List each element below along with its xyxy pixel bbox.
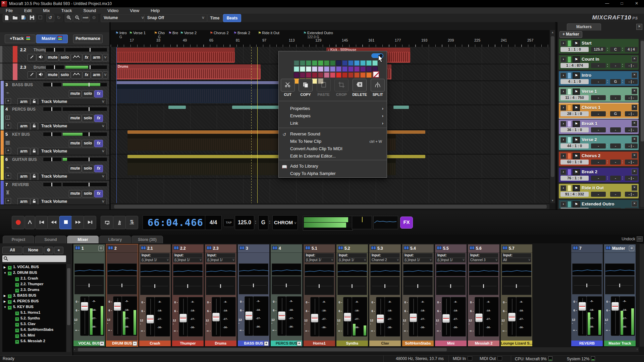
eq-display[interactable] — [107, 263, 137, 276]
automation-param-dropdown[interactable]: Track Volume˅ — [38, 198, 107, 205]
eq-display[interactable] — [305, 264, 334, 276]
solo-button[interactable]: solo — [59, 54, 70, 61]
key-spinner[interactable]: ▴▾ — [621, 47, 624, 52]
expand-automation-button[interactable]: + — [5, 173, 11, 179]
marker-card[interactable]: › ⚑ Chorus 1 ✕ 28 : 1 : 0 - ▴▾ G ▴▾ - | … — [559, 103, 639, 118]
tree-checkbox[interactable]: ✕ — [15, 277, 19, 281]
fader-track[interactable] — [113, 296, 122, 336]
fader-track[interactable] — [611, 296, 620, 336]
send-section[interactable] — [337, 277, 367, 295]
marker-position[interactable]: 28 : 1 : 0 — [560, 111, 589, 116]
channel-name-label[interactable]: Master Track — [604, 341, 636, 346]
strip-header[interactable]: 1 ⊡ — [73, 244, 105, 253]
context-menu-item[interactable]: Properties › — [279, 105, 387, 112]
fader-knob[interactable] — [114, 302, 121, 311]
channel-strip[interactable]: 3 0 -6 -12 -∞ - — [237, 244, 270, 347]
input-dropdown[interactable]: Channel 2˅ — [370, 258, 400, 262]
fader-knob[interactable] — [81, 302, 88, 311]
marker-position[interactable]: 36 : 1 : 0 — [560, 127, 589, 132]
marker-key[interactable]: G — [610, 111, 621, 116]
tree-item[interactable]: ✕5.5. Mini — [2, 333, 66, 338]
marker-position[interactable] — [560, 208, 589, 208]
tree-item[interactable]: ▼✕5. KEY BUS — [2, 304, 66, 310]
color-swatch[interactable] — [324, 66, 329, 72]
menu-item[interactable]: View — [124, 8, 145, 13]
marker-meter[interactable]: - | - — [625, 111, 638, 116]
color-swatch[interactable] — [330, 72, 335, 78]
time-signature[interactable]: 4/4 — [205, 215, 222, 230]
marker-tempo[interactable]: - — [591, 192, 606, 197]
marker-meter[interactable]: - | - — [625, 192, 638, 197]
marker-expander[interactable]: › — [560, 201, 566, 207]
channel-strip[interactable]: 5.4 Input: (L)Input 1/˅ 0 -6 -12 -∞ - — [402, 244, 434, 347]
dock-tab[interactable]: Mixer — [67, 236, 99, 244]
go-to-start-button[interactable] — [35, 216, 48, 229]
channel-strip[interactable]: 2 0 -6 -12 -∞ - — [106, 244, 138, 347]
track-color-strip[interactable] — [1, 156, 4, 180]
marker-position[interactable]: 1 : 4 : 874 — [560, 63, 589, 68]
mixer-vertical-scrollbar[interactable] — [640, 244, 644, 347]
marker-card[interactable]: › ⚑ Break 1 ✕ 36 : 1 : 0 - ▴▾ - ▴▾ - | - — [559, 119, 639, 134]
marker-key[interactable]: - — [610, 160, 621, 165]
input-dropdown[interactable]: (L)Input 1/˅ — [436, 258, 466, 262]
fader-track[interactable] — [507, 297, 516, 337]
tree-checkbox[interactable]: ✕ — [15, 340, 19, 344]
track-chevron-icon[interactable]: ˅ — [103, 71, 108, 79]
clip-action-button[interactable]: PASTE — [317, 79, 331, 97]
collapse-sidebar-button[interactable]: « — [54, 247, 63, 254]
marker-name[interactable]: Break 1 — [582, 121, 597, 126]
envelope-icon[interactable] — [71, 54, 82, 61]
track-meter[interactable] — [62, 132, 107, 136]
color-swatch[interactable] — [354, 72, 360, 78]
color-swatch[interactable] — [366, 66, 372, 72]
input-dropdown[interactable]: Channel 3˅ — [469, 258, 498, 262]
marker-card[interactable]: › ⚑ Count In ✕ 1 : 4 : 874 - ▴▾ - ▴▾ - |… — [559, 55, 639, 70]
close-button[interactable]: ✕ — [629, 0, 644, 7]
fader-knob[interactable] — [410, 313, 417, 322]
send-section[interactable] — [173, 277, 203, 295]
master-fx-button[interactable]: FX — [400, 217, 413, 229]
new-project-icon[interactable] — [3, 14, 11, 22]
undock-icon[interactable]: — — [637, 236, 643, 242]
arm-button[interactable]: arm — [91, 71, 102, 79]
marker-name[interactable]: Break 2 — [582, 169, 597, 174]
track-volume-slider[interactable] — [43, 107, 62, 111]
lock-icon[interactable] — [31, 173, 38, 180]
marker-meter[interactable]: 4 | 4 — [625, 47, 638, 52]
send-section[interactable] — [370, 277, 400, 295]
mixer-search-input[interactable] — [2, 255, 66, 262]
color-swatch[interactable] — [342, 60, 347, 66]
monitor-speaker-icon[interactable] — [37, 71, 45, 79]
marker-expander[interactable]: › — [560, 137, 566, 143]
strip-header[interactable]: 2.1 — [139, 244, 171, 253]
section-marker-flag[interactable]: ⚑Cho G — [154, 31, 165, 39]
track-meter[interactable] — [65, 65, 107, 69]
marker-color-swatch[interactable] — [568, 56, 571, 63]
fader-track[interactable] — [376, 297, 385, 337]
fader-track[interactable] — [179, 297, 187, 337]
track-name[interactable]: KEY BUS — [12, 132, 30, 137]
key-spinner[interactable]: ▴▾ — [621, 143, 624, 148]
automation-param-dropdown[interactable]: Track Volume˅ — [38, 173, 107, 180]
marker-card[interactable]: › ⚑ Start 1 : 1 : 0 125.0 ▴▾ C ▴▾ 4 | 4 — [559, 39, 639, 54]
strip-header[interactable]: 3 — [238, 244, 269, 253]
channel-strip[interactable]: 5.5 Input: (L)Input 1/˅ 0 -6 -12 -∞ - — [435, 244, 467, 347]
color-swatch[interactable] — [354, 66, 360, 72]
strip-header[interactable]: 5.7 — [501, 244, 532, 253]
lock-icon[interactable] — [31, 98, 38, 105]
track-chevron-icon[interactable]: ˅ — [103, 54, 108, 61]
fx-button[interactable]: fx — [83, 54, 91, 61]
draw-tool-icon[interactable] — [28, 54, 36, 61]
fader-track[interactable] — [146, 297, 155, 337]
tree-expander[interactable]: ▼ — [4, 270, 8, 276]
track-name[interactable]: REVERB — [12, 182, 29, 187]
send-section[interactable] — [206, 277, 235, 295]
color-swatch[interactable] — [354, 60, 360, 66]
channel-strip[interactable]: 2.2 Input: (L)Input 1/˅ 0 -6 -12 -∞ - — [172, 244, 204, 347]
monitor-speaker-icon[interactable] — [37, 54, 45, 61]
add-track-button[interactable]: +Track — [5, 35, 36, 43]
tempo-spinner[interactable]: ▴▾ — [606, 95, 609, 100]
marker-card[interactable]: › ⚑ Break 2 ✕ 76 : 1 : 0 - ▴▾ - ▴▾ - | - — [559, 168, 639, 182]
marker-expander[interactable]: › — [560, 89, 566, 95]
tree-item[interactable]: ✕2.3. Drums — [2, 287, 66, 293]
